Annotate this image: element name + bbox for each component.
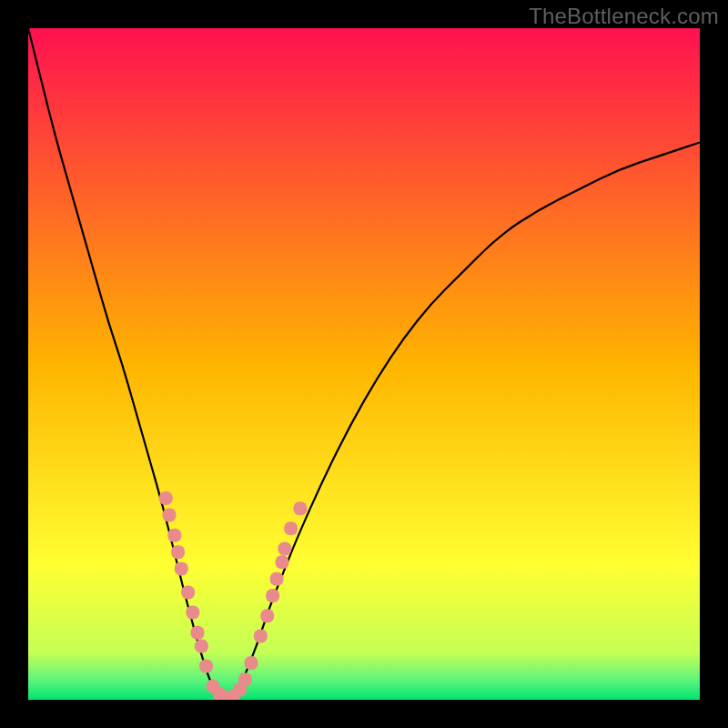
watermark-text: TheBottleneck.com xyxy=(529,4,719,29)
data-marker xyxy=(238,672,252,686)
data-marker xyxy=(293,501,307,515)
data-marker xyxy=(159,491,173,505)
gradient-background xyxy=(28,28,700,700)
data-marker xyxy=(284,521,298,535)
data-marker xyxy=(270,572,284,586)
data-marker xyxy=(162,509,176,522)
data-marker xyxy=(254,629,268,642)
data-marker xyxy=(186,606,199,620)
data-marker xyxy=(245,656,258,670)
data-marker xyxy=(171,545,185,559)
data-marker xyxy=(167,529,181,542)
data-marker xyxy=(275,555,288,569)
data-marker xyxy=(190,626,204,640)
plot-frame xyxy=(28,28,700,700)
data-marker xyxy=(278,541,291,555)
data-marker xyxy=(175,562,188,576)
data-marker xyxy=(260,609,274,622)
data-marker xyxy=(181,585,195,599)
data-marker xyxy=(199,660,213,673)
bottleneck-chart xyxy=(28,28,700,700)
data-marker xyxy=(195,639,208,652)
data-marker xyxy=(266,589,279,602)
